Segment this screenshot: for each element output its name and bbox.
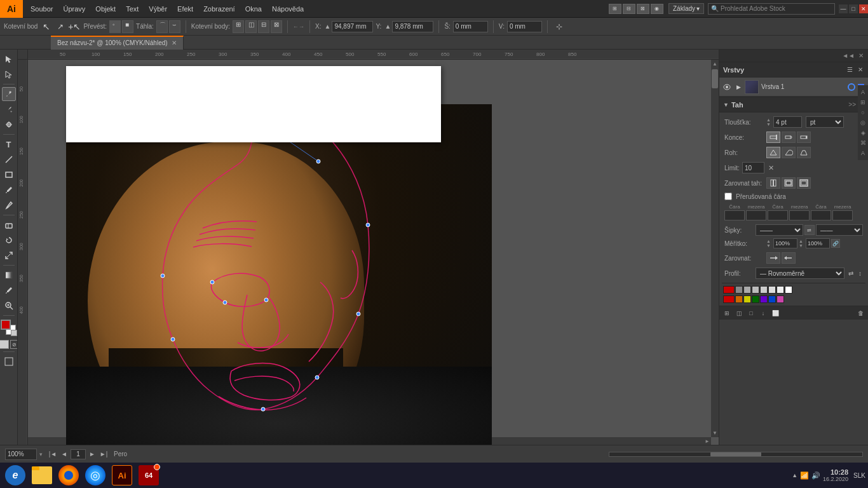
search-bar[interactable]: 🔍 Prohledat Adobe Stock	[708, 3, 835, 15]
dash-input3[interactable]	[811, 210, 831, 220]
miter-join-button[interactable]	[766, 147, 780, 158]
scale-tool[interactable]	[2, 248, 16, 262]
swatch-orange[interactable]	[735, 295, 743, 303]
extra-icon-2[interactable]: ⊞	[858, 98, 867, 107]
round-join-button[interactable]	[782, 147, 796, 158]
swatch-green[interactable]	[752, 295, 759, 303]
panel-close-button[interactable]: ✕	[857, 52, 865, 59]
maximize-button[interactable]: □	[849, 4, 858, 13]
anchor-point-tool[interactable]	[2, 118, 16, 132]
layers-duplicate[interactable]: ◫	[734, 308, 744, 318]
vertical-scrollbar[interactable]: ▲ ▼	[711, 60, 719, 437]
scale1-input[interactable]	[773, 238, 797, 248]
scroll-down-button[interactable]: ▼	[711, 429, 719, 437]
layers-menu-icon[interactable]: ☰	[846, 65, 854, 74]
no-fill-button[interactable]: ⊘	[10, 340, 18, 349]
scale1-increment[interactable]: ▲	[766, 239, 773, 243]
layer-row[interactable]: ▶ Vrstva 1	[719, 78, 868, 97]
layers-move-to-current[interactable]: ↓	[758, 308, 768, 318]
network-icon[interactable]: 📶	[800, 471, 809, 480]
extra-icon-3[interactable]: ○	[858, 108, 867, 117]
extra-icon-6[interactable]: ⌘	[858, 139, 867, 147]
height-input[interactable]	[507, 21, 542, 32]
menu-text[interactable]: Text	[121, 3, 144, 15]
draw-normal-mode[interactable]	[2, 355, 16, 369]
width-input[interactable]	[453, 21, 488, 32]
workspace-icon1[interactable]: ⊞	[609, 4, 621, 14]
rotate-tool[interactable]	[2, 233, 16, 247]
taskbar-app2[interactable]: 64	[136, 464, 161, 487]
gap-input3[interactable]	[832, 210, 853, 220]
systray-expand[interactable]: ▲	[792, 472, 797, 478]
anchor-points-btn3[interactable]: ⊟	[258, 20, 269, 33]
swatch-small-4[interactable]	[760, 286, 768, 294]
layers-close-icon[interactable]: ✕	[857, 65, 864, 74]
scroll-thumb-vertical[interactable]	[712, 69, 718, 88]
select-anchor-tool[interactable]: ↖	[40, 20, 53, 33]
arrow-start-select[interactable]: —— → ⟶	[756, 224, 803, 236]
nav-first-button[interactable]: |◄	[48, 449, 58, 459]
extra-icon-1[interactable]: A	[858, 88, 867, 97]
align2-start-button[interactable]	[766, 252, 780, 264]
stroke-collapse-arrow[interactable]: ▼	[723, 102, 729, 108]
add-anchor-tool[interactable]: +↖	[68, 20, 81, 33]
square-cap-button[interactable]	[797, 132, 811, 143]
layer-visibility-toggle[interactable]	[722, 82, 732, 92]
transform-selected-btn[interactable]: ⊞	[233, 20, 244, 33]
limit-input[interactable]	[742, 162, 764, 173]
stroke-panel-header[interactable]: ▼ Tah >> ☰	[719, 97, 868, 112]
close-button[interactable]: ✕	[859, 4, 868, 13]
taskbar-ie[interactable]: e	[3, 464, 28, 487]
convert-btn1[interactable]: ◦	[109, 20, 121, 33]
workspace-icon4[interactable]: ◉	[651, 4, 663, 14]
gap-input1[interactable]	[746, 210, 766, 220]
swatch-pink[interactable]	[776, 295, 784, 303]
eraser-tool[interactable]	[2, 218, 16, 232]
swatch-small-3[interactable]	[752, 286, 759, 294]
align-btn[interactable]: ⊹	[553, 20, 566, 33]
anchor-points-btn4[interactable]: ⊠	[271, 20, 282, 33]
y-input[interactable]	[392, 21, 433, 32]
extra-icon-5[interactable]: ◈	[858, 128, 867, 137]
swatch-red2[interactable]	[723, 295, 735, 303]
brush-tool[interactable]	[2, 183, 16, 197]
keyboard-layout[interactable]: SLK	[853, 472, 865, 479]
pencil-tool[interactable]	[2, 198, 16, 212]
align2-end-button[interactable]	[782, 252, 796, 264]
taskbar-firefox[interactable]	[56, 464, 81, 487]
minimize-button[interactable]: —	[839, 4, 848, 13]
arrow-end-select[interactable]: —— →	[816, 224, 864, 236]
arrow-swap-button[interactable]: ⇄	[804, 225, 815, 235]
layers-template[interactable]: ⬜	[770, 308, 780, 318]
gradient-tool[interactable]	[2, 268, 16, 282]
layers-create-sublayer[interactable]: ⊞	[722, 308, 732, 318]
direct-selection-tool[interactable]	[2, 67, 16, 81]
swatch-small-1[interactable]	[735, 286, 743, 294]
scale2-input[interactable]	[806, 238, 830, 248]
eyedropper-tool[interactable]	[2, 283, 16, 297]
swap-colors-button[interactable]: ⇄	[11, 330, 17, 336]
profile-flip-v-icon[interactable]: ↕	[857, 270, 863, 277]
scale2-increment[interactable]: ▲	[799, 239, 805, 243]
swatch-yellow[interactable]	[743, 295, 751, 303]
menu-vyber[interactable]: Výběr	[144, 3, 172, 15]
volume-icon[interactable]: 🔊	[811, 471, 820, 480]
workspace-icon3[interactable]: ⊠	[637, 4, 649, 14]
handles-btn1[interactable]: ⌒	[156, 20, 168, 33]
canvas-area[interactable]: 50 100 150 200 250 300 350 400 450 500 5…	[18, 50, 719, 445]
swatch-small-2[interactable]	[743, 286, 751, 294]
scale2-decrement[interactable]: ▼	[799, 243, 805, 248]
panel-collapse-left[interactable]: ◄◄	[840, 52, 857, 59]
layers-delete[interactable]: 🗑	[855, 308, 865, 318]
scroll-right-button[interactable]: ►	[703, 437, 711, 445]
zoom-dropdown[interactable]: ▾	[39, 451, 43, 458]
swatch-small-6[interactable]	[776, 286, 784, 294]
line-tool[interactable]	[2, 152, 16, 166]
color-selector[interactable]: ⇄	[1, 320, 17, 336]
scroll-up-button[interactable]: ▲	[711, 60, 719, 68]
handles-btn2[interactable]: ⌣	[169, 20, 180, 33]
menu-upravy[interactable]: Úpravy	[58, 3, 90, 15]
swatch-blue[interactable]	[768, 295, 776, 303]
nav-last-button[interactable]: ►|	[98, 449, 109, 459]
canvas-viewport[interactable]	[28, 60, 719, 445]
